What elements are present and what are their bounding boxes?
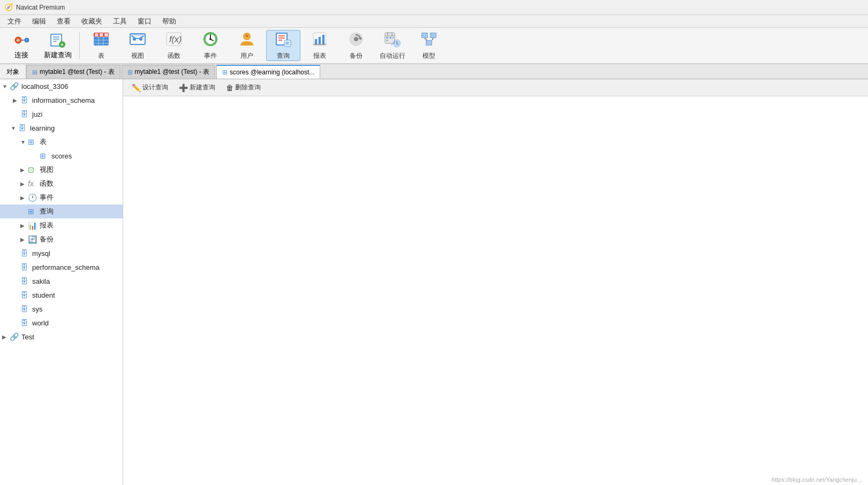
- arrow-student: [13, 292, 20, 298]
- perf-label: performance_schema: [32, 263, 100, 271]
- new-query-icon: +: [49, 32, 66, 50]
- scores-table-icon: ⊞: [40, 151, 49, 160]
- delete-query-label: 删除查询: [235, 83, 261, 92]
- table-label: 表: [98, 51, 104, 60]
- design-query-button[interactable]: ✏️ 设计查询: [127, 81, 172, 94]
- menu-favorites[interactable]: 收藏夹: [76, 16, 108, 27]
- user-button[interactable]: 用户: [230, 30, 264, 61]
- localhost-label: localhost_3306: [21, 82, 68, 90]
- db-icon-student: 🗄: [20, 291, 30, 299]
- new-query-button[interactable]: + 新建查询: [41, 30, 75, 61]
- sidebar-item-functions[interactable]: ▶ fx 函数: [0, 177, 123, 191]
- tab-icon-3: ⊞: [222, 69, 228, 76]
- sidebar-item-perf-schema[interactable]: 🗄 performance_schema: [0, 260, 123, 274]
- sidebar-item-test-server[interactable]: ▶ 🔗 Test: [0, 330, 123, 344]
- user-label: 用户: [240, 51, 253, 60]
- sidebar-item-sys[interactable]: 🗄 sys: [0, 302, 123, 316]
- svg-text:+: +: [16, 39, 19, 43]
- svg-rect-70: [422, 33, 427, 37]
- sidebar-item-sakila[interactable]: 🗄 sakila: [0, 274, 123, 288]
- svg-rect-19: [95, 33, 98, 36]
- event-button[interactable]: 事件: [193, 30, 228, 61]
- query-button[interactable]: 查询: [266, 30, 300, 61]
- tab-icon-2: ⊞: [127, 69, 133, 76]
- sidebar-item-juzi[interactable]: 🗄 juzi: [0, 107, 123, 121]
- event-icon: [202, 31, 219, 50]
- table-button[interactable]: 表: [84, 30, 118, 61]
- content-new-query-label: 新建查询: [190, 83, 215, 92]
- menu-file[interactable]: 文件: [2, 16, 27, 27]
- query-label: 查询: [277, 51, 290, 60]
- tab-mytable1-test-2[interactable]: ⊞ mytable1 @test (Test) - 表: [122, 65, 216, 79]
- tab-label-2: mytable1 @test (Test) - 表: [135, 67, 210, 77]
- svg-rect-47: [319, 37, 321, 44]
- sidebar-item-scores[interactable]: ⊞ scores: [0, 149, 123, 163]
- views-label: 视图: [40, 165, 54, 175]
- db-icon-sakila: 🗄: [20, 277, 30, 285]
- menu-edit[interactable]: 编辑: [27, 16, 51, 27]
- delete-query-button[interactable]: 🗑 删除查询: [222, 81, 265, 94]
- content-new-query-button[interactable]: ➕ 新建查询: [175, 81, 220, 94]
- sidebar-item-reports[interactable]: ▶ 📊 报表: [0, 218, 123, 232]
- object-tab[interactable]: 对象: [0, 65, 26, 79]
- model-label: 模型: [422, 51, 435, 60]
- tab-icon-1: ⊞: [32, 69, 37, 76]
- backup-button[interactable]: 备份: [339, 30, 373, 61]
- new-query-label: 新建查询: [44, 50, 72, 60]
- svg-text:+: +: [61, 42, 64, 48]
- model-button[interactable]: 模型: [412, 30, 446, 61]
- sidebar-item-events[interactable]: ▶ 🕐 事件: [0, 191, 123, 204]
- content-new-query-icon: ➕: [179, 84, 188, 92]
- sidebar-item-student[interactable]: 🗄 student: [0, 288, 123, 302]
- sidebar-item-queries[interactable]: ⊞ 查询: [0, 204, 123, 218]
- sidebar-item-world[interactable]: 🗄 world: [0, 316, 123, 330]
- tab-label-1: mytable1 @test (Test) - 表: [40, 67, 115, 77]
- reports-icon: 📊: [28, 221, 37, 230]
- reports-label: 报表: [40, 221, 54, 230]
- svg-rect-72: [426, 41, 432, 45]
- svg-rect-46: [315, 39, 317, 44]
- menu-window[interactable]: 窗口: [132, 16, 157, 27]
- main-area: ▼ 🔗 localhost_3306 ▶ 🗄 information_schem…: [0, 79, 868, 485]
- svg-point-52: [354, 37, 358, 41]
- info-schema-label: information_schema: [32, 96, 95, 104]
- arrow-juzi: [13, 111, 20, 117]
- menu-tools[interactable]: 工具: [108, 16, 132, 27]
- svg-rect-21: [104, 33, 108, 36]
- title-bar: 🧭 Navicat Premium: [0, 0, 868, 15]
- function-icon: f(x): [165, 31, 183, 50]
- learning-label: learning: [30, 124, 55, 132]
- server-icon-localhost: 🔗: [10, 82, 19, 90]
- content-toolbar: ✏️ 设计查询 ➕ 新建查询 🗑 删除查询: [123, 79, 868, 96]
- function-label: 函数: [168, 51, 180, 60]
- function-button[interactable]: f(x) 函数: [157, 30, 191, 61]
- arrow-localhost: ▼: [2, 84, 10, 89]
- sidebar-item-information-schema[interactable]: ▶ 🗄 information_schema: [0, 93, 123, 107]
- svg-rect-71: [431, 33, 436, 37]
- tab-scores-learning[interactable]: ⊞ scores @learning (localhost...: [216, 65, 320, 79]
- app-logo: 🧭: [4, 3, 13, 11]
- db-icon-juzi: 🗄: [20, 110, 30, 118]
- arrow-queries: [20, 209, 28, 215]
- sidebar-item-localhost[interactable]: ▼ 🔗 localhost_3306: [0, 79, 123, 93]
- db-icon-sys: 🗄: [20, 305, 30, 313]
- sidebar-item-learning[interactable]: ▼ 🗄 learning: [0, 121, 123, 135]
- schedule-button[interactable]: ✓ 自动运行: [375, 30, 410, 61]
- view-button[interactable]: 视图: [120, 30, 155, 61]
- menu-view[interactable]: 查看: [51, 16, 76, 27]
- tables-label: 表: [40, 137, 47, 147]
- sidebar-item-tables[interactable]: ▼ ⊞ 表: [0, 135, 123, 149]
- svg-text:f(x): f(x): [169, 35, 182, 44]
- arrow-functions: ▶: [20, 181, 28, 187]
- sidebar-item-views[interactable]: ▶ ⊡ 视图: [0, 163, 123, 177]
- connect-button[interactable]: + 连接: [4, 30, 39, 61]
- views-icon: ⊡: [28, 165, 37, 174]
- arrow-sakila: [13, 278, 20, 284]
- sidebar-item-backups[interactable]: ▶ 🔄 备份: [0, 232, 123, 246]
- svg-point-23: [133, 37, 136, 41]
- menu-help[interactable]: 帮助: [157, 16, 182, 27]
- report-button[interactable]: 报表: [303, 30, 337, 61]
- tab-mytable1-test-1[interactable]: ⊞ mytable1 @test (Test) - 表: [26, 65, 120, 79]
- queries-icon: ⊞: [28, 207, 37, 216]
- sidebar-item-mysql[interactable]: 🗄 mysql: [0, 246, 123, 260]
